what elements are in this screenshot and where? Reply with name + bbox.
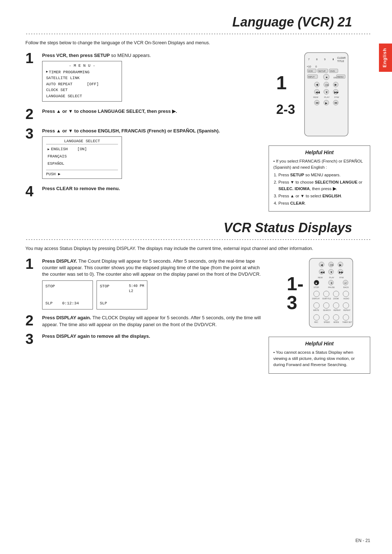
step-number-2: 2 [25, 107, 38, 121]
steps-left-1: 1 Press VCR, then press SETUP so MENU ap… [25, 51, 261, 212]
svg-text:◀◀: ◀◀ [315, 91, 320, 94]
hint-steps-1: Press SETUP so MENU appears. Press ▼ to … [273, 172, 366, 206]
step1-content: Press VCR, then press SETUP so MENU appe… [42, 51, 261, 102]
steps-right-1: 1 2-3 7 8 9 ⬇ CLEAR [269, 51, 370, 212]
svg-text:⬇: ⬇ [332, 58, 334, 61]
step1-instruction: Press VCR, then press SETUP so MENU appe… [42, 52, 261, 59]
dot-divider-1 [25, 32, 370, 35]
hint-bullet-1: • If you select FRANCAIS (French) or ESP… [273, 158, 366, 171]
svg-text:▶: ▶ [325, 102, 328, 105]
svg-text:8: 8 [316, 58, 318, 61]
s2-step-1: 1 Press DISPLAY. The Count Display will … [25, 257, 261, 310]
svg-text:TIMER SET: TIMER SET [342, 321, 352, 323]
svg-text:OK: OK [330, 264, 334, 266]
hint-step-1-1: Press SETUP so MENU appears. [278, 172, 366, 178]
svg-text:SEARCH: SEARCH [323, 309, 331, 311]
s2-step1-instruction: Press DISPLAY. The Count Display will ap… [42, 258, 261, 278]
svg-text:■: ■ [315, 282, 317, 284]
s2-left: 1 Press DISPLAY. The Count Display will … [25, 257, 261, 374]
svg-text:PAUSE: PAUSE [328, 286, 335, 288]
svg-text:WRITE: WRITE [313, 309, 319, 311]
hint-box-1: Helpful Hint • If you select FRANCAIS (F… [269, 145, 370, 212]
svg-text:MENU: MENU [337, 76, 344, 78]
db1-bottom: SLP 0:12:34 [45, 301, 79, 306]
svg-text:⏭: ⏭ [335, 101, 338, 104]
section1-intro: Follow the steps below to change the lan… [25, 40, 370, 46]
menu-item-timer: TIMER PROGRAMMING [46, 69, 118, 75]
lang-box: LANGUAGE SELECT ENGLISH [ON] FRANÇAIS ES… [42, 136, 122, 178]
lang-francais: FRANÇAIS [46, 153, 118, 160]
lang-push: PUSH ▶ [46, 170, 118, 176]
svg-text:⏮: ⏮ [316, 101, 319, 104]
svg-text:9: 9 [324, 58, 326, 61]
remote-svg-1: 7 8 9 ⬇ CLEAR TITLE +10 0 VCR [297, 51, 363, 139]
s2-step2-instruction: Press DISPLAY again. The CLOCK Display w… [42, 315, 261, 328]
step3-instruction: Press ▲ or ▼ to choose ENGLISH, FRANCAIS… [42, 128, 261, 134]
svg-text:ZOOM: ZOOM [333, 297, 339, 300]
s2-step3-instruction: Press DISPLAY again to remove all the di… [42, 333, 261, 340]
svg-text:MODE: MODE [334, 321, 339, 323]
svg-text:VCR: VCR [308, 70, 313, 72]
step-number-1: 1 [25, 51, 38, 65]
hint-step-1-2: Press ▼ to choose SELECTION LANGUE or SE… [278, 179, 366, 192]
step2-content: Press ▲ or ▼ to choose LANGUAGE SELECT, … [42, 107, 261, 117]
page-number: EN - 21 [355, 538, 370, 543]
svg-text:REPEAT: REPEAT [334, 309, 341, 311]
svg-text:↩: ↩ [344, 282, 347, 285]
step-2: 2 Press ▲ or ▼ to choose LANGUAGE SELECT… [25, 107, 261, 121]
remote-diagram-2: 1-3 ◀ OK ▶ [287, 257, 352, 330]
s2-step-number-3: 3 [25, 332, 38, 346]
svg-text:7: 7 [308, 58, 310, 61]
display-boxes: STOP SLP 0:12:34 STOP 5:40 PM L2 [42, 280, 261, 309]
svg-text:FFW: FFW [339, 276, 344, 279]
svg-text:REW: REW [318, 276, 323, 279]
hint-content-1: • If you select FRANCAIS (French) or ESP… [273, 158, 366, 207]
s2-step2-content: Press DISPLAY again. The CLOCK Display w… [42, 313, 261, 328]
hint-content-2: • You cannot access a Status Display whe… [273, 349, 366, 368]
svg-text:FFW: FFW [334, 96, 339, 98]
section1: Language (VCR) 21 Follow the steps below… [25, 15, 370, 212]
step2-instruction: Press ▲ or ▼ to choose LANGUAGE SELECT, … [42, 108, 261, 115]
svg-text:◀: ◀ [320, 263, 323, 267]
svg-text:◀◀: ◀◀ [320, 271, 325, 274]
menu-item-satellite: SATELLITE LINK [46, 75, 118, 81]
steps-section-1: 1 Press VCR, then press SETUP so MENU ap… [25, 51, 370, 212]
s2-step-3: 3 Press DISPLAY again to remove all the … [25, 332, 261, 346]
s2-layout: 1 Press DISPLAY. The Count Display will … [25, 257, 370, 374]
step-4: 4 Press CLEAR to remove the menu. [25, 184, 261, 198]
remote-svg-2: ◀ OK ▶ ◀◀ ▼ ▶▶ [306, 257, 356, 330]
svg-text:▼: ▼ [330, 271, 333, 274]
db2-right: 5:40 PM L2 [129, 284, 144, 294]
s2-step-number-1: 1 [25, 257, 38, 271]
svg-text:REC: REC [314, 321, 318, 323]
svg-text:SETUP: SETUP [318, 70, 326, 72]
hint-step-1-4: Press CLEAR. [278, 200, 366, 206]
svg-text:⏸: ⏸ [330, 282, 333, 285]
svg-text:REPEAT: REPEAT [343, 309, 351, 311]
hint-step-1-3: Press ▲ or ▼ to select ENGLISH. [278, 193, 366, 199]
remote-step-num-23: 2-3 [276, 103, 295, 116]
svg-text:SUBTITLE: SUBTITLE [322, 297, 331, 300]
svg-text:0: 0 [315, 65, 317, 68]
svg-text:INPUT: INPUT [308, 76, 315, 78]
svg-text:PLAY: PLAY [324, 96, 330, 98]
step-1: 1 Press VCR, then press SETUP so MENU ap… [25, 51, 261, 102]
db1-top: STOP [45, 284, 90, 289]
menu-box: - M E N U - TIMER PROGRAMMING SATELLITE … [42, 61, 122, 102]
remote-step-num-1: 1 [276, 73, 295, 92]
english-tab: English [379, 44, 392, 72]
hint-bullet-2: • You cannot access a Status Display whe… [273, 349, 366, 368]
svg-text:BACK: BACK [343, 286, 349, 288]
hint-box-2: Helpful Hint • You cannot access a Statu… [269, 337, 370, 374]
s2-step3-content: Press DISPLAY again to remove all the di… [42, 332, 261, 340]
svg-text:◀: ◀ [316, 83, 318, 86]
svg-text:▶: ▶ [335, 83, 337, 86]
svg-text:TITLE: TITLE [337, 60, 344, 62]
menu-title: - M E N U - [46, 63, 118, 68]
step4-instruction: Press CLEAR to remove the menu. [42, 185, 261, 192]
s2-remote-stepnum: 1-3 [287, 274, 303, 312]
s2-right: 1-3 ◀ OK ▶ [269, 257, 370, 374]
s2-step1-content: Press DISPLAY. The Count Display will ap… [42, 257, 261, 310]
svg-text:▲: ▲ [325, 75, 328, 79]
section1-title: Language (VCR) 21 [25, 15, 370, 30]
